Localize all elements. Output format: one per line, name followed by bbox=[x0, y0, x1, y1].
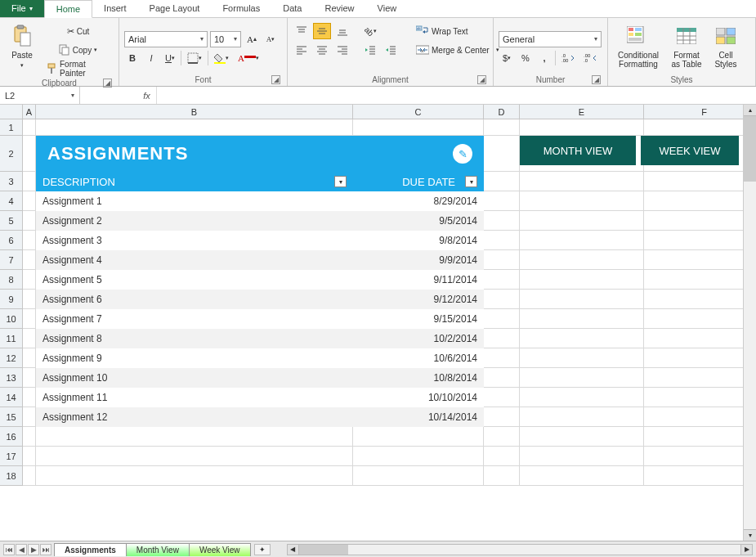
cell-F5[interactable] bbox=[644, 211, 756, 231]
cell-F10[interactable] bbox=[644, 309, 756, 329]
cell-E8[interactable] bbox=[520, 270, 644, 290]
tab-view[interactable]: View bbox=[366, 0, 409, 17]
border-button[interactable]: ▾ bbox=[184, 50, 205, 66]
cell-A7[interactable] bbox=[23, 250, 36, 270]
column-header-F[interactable]: F bbox=[644, 105, 756, 119]
table-cell-due-date[interactable]: 9/15/2014 bbox=[353, 309, 484, 329]
filter-due-date-button[interactable]: ▾ bbox=[465, 176, 477, 187]
underline-button[interactable]: U ▾ bbox=[162, 50, 178, 66]
cell-A2[interactable] bbox=[23, 136, 36, 172]
cell-B18[interactable] bbox=[36, 466, 353, 486]
column-header-A[interactable]: A bbox=[23, 105, 36, 119]
clipboard-dialog-launcher[interactable]: ◢ bbox=[103, 79, 112, 88]
row-header-7[interactable]: 7 bbox=[0, 250, 23, 270]
table-cell-description[interactable]: Assignment 1 bbox=[36, 191, 353, 211]
orientation-button[interactable]: ab ▾ bbox=[361, 23, 380, 39]
cell-D12[interactable] bbox=[484, 348, 520, 368]
tab-insert[interactable]: Insert bbox=[92, 0, 138, 17]
cell-B17[interactable] bbox=[36, 447, 353, 466]
row-header-17[interactable]: 17 bbox=[0, 447, 23, 466]
sheet-nav-first[interactable]: ⏮ bbox=[3, 544, 15, 555]
format-painter-button[interactable]: Format Painter bbox=[42, 61, 114, 77]
cell-F14[interactable] bbox=[644, 388, 756, 407]
horizontal-scrollbar[interactable]: ◀ ▶ bbox=[287, 544, 753, 555]
format-as-table-button[interactable]: Format as Table bbox=[667, 20, 706, 72]
cell-D17[interactable] bbox=[484, 447, 520, 466]
cell-A8[interactable] bbox=[23, 270, 36, 290]
row-header-15[interactable]: 15 bbox=[0, 407, 23, 427]
table-cell-description[interactable]: Assignment 10 bbox=[36, 368, 353, 388]
cell-E12[interactable] bbox=[520, 348, 644, 368]
cell-E3[interactable] bbox=[520, 172, 644, 191]
cell-A18[interactable] bbox=[23, 466, 36, 486]
month-view-button[interactable]: MONTH VIEW bbox=[520, 136, 636, 165]
table-cell-due-date[interactable]: 10/8/2014 bbox=[353, 368, 484, 388]
row-header-8[interactable]: 8 bbox=[0, 270, 23, 290]
table-cell-description[interactable]: Assignment 2 bbox=[36, 211, 353, 231]
cell-F12[interactable] bbox=[644, 348, 756, 368]
cell-D2[interactable] bbox=[484, 136, 520, 172]
font-color-button[interactable]: A ▾ bbox=[235, 50, 262, 66]
cell-B1[interactable] bbox=[36, 119, 353, 136]
cell-D7[interactable] bbox=[484, 250, 520, 270]
table-cell-description[interactable]: Assignment 11 bbox=[36, 388, 353, 407]
column-header-E[interactable]: E bbox=[520, 105, 644, 119]
font-name-select[interactable]: Arial▾ bbox=[124, 31, 208, 47]
row-header-10[interactable]: 10 bbox=[0, 309, 23, 329]
cell-E18[interactable] bbox=[520, 466, 644, 486]
cell-D5[interactable] bbox=[484, 211, 520, 231]
fx-button[interactable]: fx bbox=[137, 87, 157, 104]
row-header-2[interactable]: 2 bbox=[0, 136, 23, 172]
align-bottom-button[interactable] bbox=[333, 23, 351, 39]
cell-F6[interactable] bbox=[644, 231, 756, 250]
cell-A5[interactable] bbox=[23, 211, 36, 231]
table-cell-description[interactable]: Assignment 6 bbox=[36, 290, 353, 309]
font-size-select[interactable]: 10▾ bbox=[210, 31, 241, 47]
table-cell-description[interactable]: Assignment 8 bbox=[36, 329, 353, 348]
cell-D4[interactable] bbox=[484, 191, 520, 211]
formula-input[interactable] bbox=[178, 87, 756, 104]
cell-F17[interactable] bbox=[644, 447, 756, 466]
cell-C17[interactable] bbox=[353, 447, 484, 466]
table-cell-due-date[interactable]: 9/9/2014 bbox=[353, 250, 484, 270]
row-header-16[interactable]: 16 bbox=[0, 427, 23, 447]
number-format-select[interactable]: General▾ bbox=[499, 31, 602, 47]
cell-D14[interactable] bbox=[484, 388, 520, 407]
cell-C1[interactable] bbox=[353, 119, 484, 136]
cell-E13[interactable] bbox=[520, 368, 644, 388]
cell-E7[interactable] bbox=[520, 250, 644, 270]
table-cell-due-date[interactable]: 10/2/2014 bbox=[353, 329, 484, 348]
scroll-right-button[interactable]: ▶ bbox=[740, 545, 752, 555]
table-cell-description[interactable]: Assignment 9 bbox=[36, 348, 353, 368]
cell-A6[interactable] bbox=[23, 231, 36, 250]
decrease-font-button[interactable]: A▾ bbox=[262, 31, 279, 47]
cell-A12[interactable] bbox=[23, 348, 36, 368]
row-header-3[interactable]: 3 bbox=[0, 172, 23, 191]
week-view-button[interactable]: WEEK VIEW bbox=[641, 136, 739, 165]
cut-button[interactable]: ✂ Cut bbox=[42, 23, 114, 39]
sheet-tab-month-view[interactable]: Month View bbox=[126, 543, 190, 556]
table-cell-due-date[interactable]: 10/14/2014 bbox=[353, 407, 484, 427]
row-header-14[interactable]: 14 bbox=[0, 388, 23, 407]
column-header-B[interactable]: B bbox=[36, 105, 353, 119]
row-header-5[interactable]: 5 bbox=[0, 211, 23, 231]
cell-E1[interactable] bbox=[520, 119, 644, 136]
cell-A11[interactable] bbox=[23, 329, 36, 348]
wrap-text-button[interactable]: ab Wrap Text bbox=[413, 23, 503, 39]
align-left-button[interactable] bbox=[293, 42, 311, 58]
cell-E15[interactable] bbox=[520, 407, 644, 427]
cell-A13[interactable] bbox=[23, 368, 36, 388]
cell-E6[interactable] bbox=[520, 231, 644, 250]
tab-file[interactable]: File ▾ bbox=[0, 0, 44, 17]
table-cell-due-date[interactable]: 9/12/2014 bbox=[353, 290, 484, 309]
cell-D16[interactable] bbox=[484, 427, 520, 447]
decrease-decimal-button[interactable]: .00.0 bbox=[580, 50, 600, 66]
cell-F18[interactable] bbox=[644, 466, 756, 486]
filter-description-button[interactable]: ▾ bbox=[334, 176, 347, 187]
sheet-tab-week-view[interactable]: Week View bbox=[189, 543, 251, 556]
cell-C18[interactable] bbox=[353, 466, 484, 486]
cell-E14[interactable] bbox=[520, 388, 644, 407]
row-header-4[interactable]: 4 bbox=[0, 191, 23, 211]
cell-F11[interactable] bbox=[644, 329, 756, 348]
cell-A15[interactable] bbox=[23, 407, 36, 427]
